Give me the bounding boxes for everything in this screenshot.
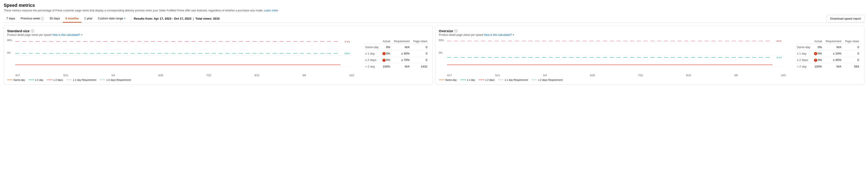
page-title: Speed metrics <box>4 3 864 8</box>
oversize-col-header-actual: Actual <box>812 39 824 44</box>
svg-text:30: 30 <box>344 52 350 54</box>
standard-col-header-actual: Actual <box>380 39 392 44</box>
row-requirement: ≥ 10% <box>824 50 843 57</box>
error-badge: ! <box>814 52 817 55</box>
svg-text:45: 45 <box>776 40 781 42</box>
row-requirement: N/A <box>824 44 843 50</box>
row-requirement: N/A <box>824 63 843 70</box>
standard-legend: Same-day ≤ 1 day ≤ 2 days ≤ 1 day R <box>7 78 361 81</box>
standard-panel-title: Standard-size i <box>7 29 429 33</box>
row-page-views: 0 <box>411 57 429 64</box>
oversize-panel-subtitle: Product detail page views per speed How … <box>439 33 861 37</box>
svg-text:70: 70 <box>344 40 350 43</box>
row-actual: 0% <box>812 44 824 50</box>
row-actual: !0% <box>812 50 824 57</box>
legend-same-day: Same-day <box>7 78 25 81</box>
table-row: > 2 day100%N/A583 <box>795 63 861 70</box>
standard-x-labels: 4/17 5/11 6/4 6/28 7/22 8/15 9/8 10/2 <box>16 74 354 77</box>
legend-2days-req-line <box>100 80 105 80</box>
table-row: ≤ 1 day!0%≥ 10%0 <box>795 50 861 57</box>
btn-1year[interactable]: 1 year <box>82 15 95 23</box>
oversize-legend-1day-req: ≤ 1 day Requirement <box>498 78 528 81</box>
row-page-views: 0 <box>411 50 429 57</box>
row-actual: 0% <box>380 44 392 50</box>
btn-6months[interactable]: 6 months <box>63 15 82 23</box>
row-label: > 2 day <box>795 63 812 70</box>
prev-week-info-icon[interactable]: i <box>41 17 44 20</box>
row-requirement: ≥ 70% <box>392 57 411 64</box>
table-row: > 2 day100%N/A1432 <box>363 63 429 70</box>
download-speed-report-button[interactable]: Download speed report <box>827 15 864 23</box>
legend-1day: ≤ 1 day <box>29 78 43 81</box>
btn-7days[interactable]: 7 days <box>4 15 18 23</box>
oversize-col-header-views: Page views <box>843 39 861 44</box>
standard-info-icon[interactable]: i <box>31 29 34 32</box>
standard-how-calculated-chevron-icon: ▾ <box>81 34 82 36</box>
table-row: Same-day0%N/A0 <box>795 44 861 50</box>
row-page-views: 0 <box>843 57 861 64</box>
row-requirement: ≥ 45% <box>824 57 843 64</box>
toolbar: 7 days Previous week i 30 days 6 months … <box>4 15 864 23</box>
legend-2days: ≤ 2 days <box>47 78 63 81</box>
panels-container: Standard-size i Product detail page view… <box>4 26 864 85</box>
standard-chart-svg: 70 30 <box>16 39 354 66</box>
oversize-panel-title: Oversize i <box>439 29 861 33</box>
oversize-legend-1day-req-line <box>498 80 504 80</box>
row-page-views: 1432 <box>411 63 429 70</box>
standard-size-panel: Standard-size i Product detail page view… <box>4 26 433 85</box>
oversize-how-calculated-link[interactable]: How is this calculated? <box>484 33 512 37</box>
learn-more-link[interactable]: Learn more <box>264 9 278 12</box>
oversize-info-icon[interactable]: i <box>455 29 458 32</box>
row-label: ≤ 2 days <box>795 57 812 64</box>
row-actual: !0% <box>380 57 392 64</box>
row-requirement: ≥ 30% <box>392 50 411 57</box>
oversize-panel: Oversize i Product detail page views per… <box>435 26 865 85</box>
legend-1day-req: ≤ 1 day Requirement <box>67 78 96 81</box>
row-label: ≤ 2 days <box>363 57 380 64</box>
table-row: ≤ 2 days!0%≥ 70%0 <box>363 57 429 64</box>
standard-col-header-label <box>363 39 380 44</box>
standard-y-label-0: 0% <box>7 51 11 54</box>
oversize-data-table: Actual Requirement Page views Same-day0%… <box>795 39 861 81</box>
row-actual: 100% <box>380 63 392 70</box>
oversize-how-calculated-chevron-icon: ▾ <box>513 34 514 36</box>
row-page-views: 583 <box>843 63 861 70</box>
btn-custom-range[interactable]: Custom date range ▾ <box>95 15 128 23</box>
oversize-legend-2days: ≤ 2 days <box>479 78 495 81</box>
btn-30days[interactable]: 30 days <box>47 15 63 23</box>
row-label: Same-day <box>363 44 380 50</box>
standard-chart-plot: 80% 0% 70 <box>7 39 361 73</box>
row-page-views: 0 <box>411 44 429 50</box>
row-requirement: N/A <box>392 63 411 70</box>
table-row: ≤ 2 days!0%≥ 45%0 <box>795 57 861 64</box>
standard-chart-area: 80% 0% 70 <box>7 39 429 81</box>
oversize-y-label-50: 50% <box>439 39 444 42</box>
standard-col-header-req: Requirement <box>392 39 411 44</box>
oversize-x-labels: 4/17 5/11 6/4 6/28 7/22 8/15 9/8 10/2 <box>447 74 786 77</box>
table-row: Same-day0%N/A0 <box>363 44 429 50</box>
legend-2days-line <box>47 80 53 80</box>
custom-range-chevron-icon: ▾ <box>124 17 125 20</box>
page-subtitle: These metrics measure the percentage of … <box>4 9 864 12</box>
row-actual: !0% <box>380 50 392 57</box>
error-badge: ! <box>382 52 385 55</box>
standard-how-calculated-link[interactable]: How is this calculated? <box>52 33 80 37</box>
results-info: Results from: Apr 17, 2023 - Oct 17, 202… <box>134 17 220 20</box>
oversize-legend-1day-line <box>460 80 466 80</box>
oversize-chart-area: 50% 0% 45 10 <box>439 39 861 81</box>
row-page-views: 0 <box>843 44 861 50</box>
row-label: ≤ 1 day <box>795 50 812 57</box>
oversize-chart-container: 50% 0% 45 10 <box>439 39 793 81</box>
oversize-chart-svg: 45 10 <box>447 39 786 66</box>
oversize-y-label-0: 0% <box>439 51 442 54</box>
standard-y-label-80: 80% <box>7 39 12 42</box>
row-page-views: 0 <box>843 50 861 57</box>
standard-panel-subtitle: Product detail page views per speed How … <box>7 33 429 37</box>
oversize-legend-2days-req-line <box>532 80 537 80</box>
oversize-legend-same-day: Same-day <box>439 78 457 81</box>
legend-2days-req: ≤ 2 days Requirement <box>100 78 131 81</box>
oversize-legend-same-day-line <box>439 80 444 80</box>
standard-chart-container: 80% 0% 70 <box>7 39 361 81</box>
btn-prev-week[interactable]: Previous week i <box>18 15 47 23</box>
oversize-legend-2days-req: ≤ 2 days Requirement <box>532 78 563 81</box>
